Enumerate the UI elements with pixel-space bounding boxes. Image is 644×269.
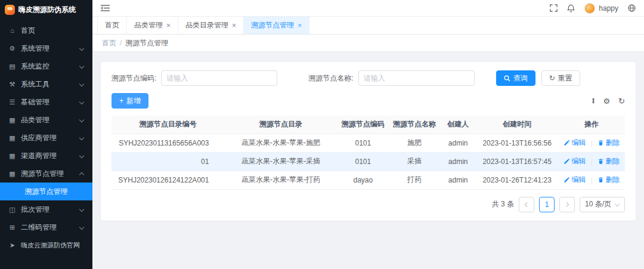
table-row[interactable]: 01 蔬菜水果-水果-苹果-采摘 0101 采摘 admin 2023-01-1… <box>112 152 625 171</box>
sidebar-item-home[interactable]: ⌂ 首页 <box>0 21 92 39</box>
edit-button[interactable]: 编辑 <box>564 138 586 148</box>
sidebar-item-label: 系统监控 <box>21 61 49 72</box>
table-size-icon[interactable]: I <box>592 96 595 106</box>
chevron-down-icon <box>79 118 84 123</box>
app-logo-row[interactable]: 嗨皮溯源防伪系统 <box>0 0 92 19</box>
edit-button[interactable]: 编辑 <box>564 156 586 166</box>
sidebar-item-system-mgmt[interactable]: ⚙ 系统管理 <box>0 39 92 57</box>
chevron-down-icon <box>79 135 84 141</box>
sidebar-item-system-monitor[interactable]: ▤ 系统监控 <box>0 57 92 75</box>
table-header-row: 溯源节点目录编号 溯源节点目录 溯源节点编码 溯源节点名称 创建人 创建时间 操… <box>112 116 625 134</box>
breadcrumb-home[interactable]: 首页 <box>102 38 116 48</box>
content-card: 溯源节点编码: 溯源节点名称: 查询 ↻ 重置 + 新增 <box>101 62 636 221</box>
trace-node-code-input[interactable] <box>161 70 277 86</box>
chevron-down-icon <box>79 64 84 69</box>
delete-button[interactable]: 删除 <box>597 175 620 185</box>
sidebar-item-label: 首页 <box>21 26 35 36</box>
action-divider <box>592 178 592 184</box>
sidebar-item-channel-mgmt[interactable]: ▦ 渠道商管理 <box>0 147 92 165</box>
trace-node-table: 溯源节点目录编号 溯源节点目录 溯源节点编码 溯源节点名称 创建人 创建时间 操… <box>112 116 625 190</box>
sidebar-item-system-tools[interactable]: ⚒ 系统工具 <box>0 75 92 93</box>
monitor-icon: ▤ <box>8 63 16 70</box>
search-icon <box>504 75 510 82</box>
sidebar-item-batch-mgmt[interactable]: ◫ 批次管理 <box>0 200 92 218</box>
action-divider <box>592 141 592 147</box>
trash-icon <box>597 140 604 146</box>
chevron-right-icon <box>565 202 569 207</box>
sidebar-item-supplier-mgmt[interactable]: ▦ 供应商管理 <box>0 129 92 147</box>
language-globe-icon[interactable] <box>628 4 636 12</box>
breadcrumb-separator: / <box>120 39 122 47</box>
delete-button[interactable]: 删除 <box>597 156 620 166</box>
close-icon[interactable]: × <box>232 22 236 29</box>
reset-button[interactable]: ↻ 重置 <box>541 70 580 86</box>
sidebar-item-label: 供应商管理 <box>21 133 57 143</box>
collapse-sidebar-icon[interactable] <box>101 4 110 12</box>
fullscreen-icon[interactable] <box>550 4 558 12</box>
delete-button[interactable]: 删除 <box>597 138 620 148</box>
sidebar-item-qrcode-mgmt[interactable]: ⊞ 二维码管理 <box>0 218 92 236</box>
table-row[interactable]: SYHJ20230126124122A001 蔬菜水果-水果-苹果-打药 day… <box>112 171 625 189</box>
chevron-up-icon <box>79 171 84 177</box>
username: happy <box>599 4 618 13</box>
sidebar-item-category-mgmt[interactable]: ▦ 品类管理 <box>0 111 92 129</box>
prev-page-button[interactable] <box>519 197 534 212</box>
search-button[interactable]: 查询 <box>496 70 535 86</box>
refresh-icon: ↻ <box>549 74 555 82</box>
trace-node-name-label: 溯源节点名称: <box>308 73 353 84</box>
close-icon[interactable]: × <box>298 22 302 29</box>
send-icon: ➤ <box>8 242 16 249</box>
action-divider <box>592 159 592 166</box>
edit-pencil-icon <box>564 140 570 146</box>
sidebar-item-label: 渠道商管理 <box>21 151 57 161</box>
trace-node-name-input[interactable] <box>358 70 475 86</box>
sidebar-item-official-site[interactable]: ➤ 嗨皮云溯源防伪官网 <box>0 236 92 254</box>
sidebar-item-label: 嗨皮云溯源防伪官网 <box>21 241 80 250</box>
edit-pencil-icon <box>564 177 570 183</box>
column-settings-gear-icon[interactable]: ⚙ <box>603 97 610 106</box>
user-menu[interactable]: happy <box>584 3 618 14</box>
notification-bell-icon[interactable] <box>567 4 575 13</box>
page-size-select[interactable]: 10 条/页 <box>580 197 625 212</box>
chevron-down-icon <box>79 207 84 212</box>
next-page-button[interactable] <box>559 197 575 212</box>
chevron-down-icon <box>615 202 620 207</box>
col-header-catalog: 溯源节点目录 <box>224 116 337 134</box>
pagination: 共 3 条 1 10 条/页 <box>112 197 625 212</box>
sidebar-item-label: 二维码管理 <box>21 222 57 233</box>
col-header-creator: 创建人 <box>440 116 476 134</box>
sidebar-menu: ⌂ 首页 ⚙ 系统管理 ▤ 系统监控 ⚒ 系统工具 ☰ 基础管理 ▦ 品类管理 <box>0 19 92 269</box>
page-number-button[interactable]: 1 <box>539 197 555 212</box>
gear-icon: ⚙ <box>8 45 16 52</box>
table-row[interactable]: SYHJ20230113165656A003 蔬菜水果-水果-苹果-施肥 010… <box>112 134 625 152</box>
breadcrumb-current: 溯源节点管理 <box>125 38 168 48</box>
batch-icon: ◫ <box>8 206 16 214</box>
sidebar-subitem-trace-node-mgmt[interactable]: 溯源节点管理 <box>0 183 92 200</box>
chevron-down-icon <box>79 153 84 159</box>
sidebar-item-basic-mgmt[interactable]: ☰ 基础管理 <box>0 93 92 111</box>
col-header-actions: 操作 <box>558 116 625 134</box>
pagination-total: 共 3 条 <box>492 199 514 209</box>
tab-category-catalog-mgmt[interactable]: 品类目录管理 × <box>178 17 244 34</box>
sidebar-item-label: 批次管理 <box>21 205 49 215</box>
edit-button[interactable]: 编辑 <box>564 175 586 185</box>
tab-trace-node-mgmt[interactable]: 溯源节点管理 × <box>244 17 309 34</box>
tab-home[interactable]: 首页 <box>97 17 127 34</box>
refresh-table-icon[interactable]: ↻ <box>618 97 625 106</box>
sidebar-item-trace-node-mgmt[interactable]: ▦ 溯源节点管理 <box>0 165 92 183</box>
grid-icon: ▦ <box>8 116 16 124</box>
col-header-catalog-code: 溯源节点目录编号 <box>112 116 224 134</box>
add-button[interactable]: + 新增 <box>112 93 148 109</box>
breadcrumb: 首页 / 溯源节点管理 <box>92 35 644 51</box>
grid-icon: ▦ <box>8 152 16 160</box>
main-area: happy 首页 品类管理 × 品类目录管理 × 溯源节点管理 × 首页 <box>92 0 644 269</box>
tab-category-mgmt[interactable]: 品类管理 × <box>127 17 178 34</box>
trash-icon <box>597 177 604 183</box>
close-icon[interactable]: × <box>166 22 171 29</box>
tab-label: 溯源节点管理 <box>251 20 294 30</box>
grid-icon: ▦ <box>8 134 16 142</box>
app-title: 嗨皮溯源防伪系统 <box>18 5 76 15</box>
list-icon: ☰ <box>8 98 16 106</box>
plus-icon: + <box>119 97 123 105</box>
chevron-down-icon <box>79 100 84 105</box>
